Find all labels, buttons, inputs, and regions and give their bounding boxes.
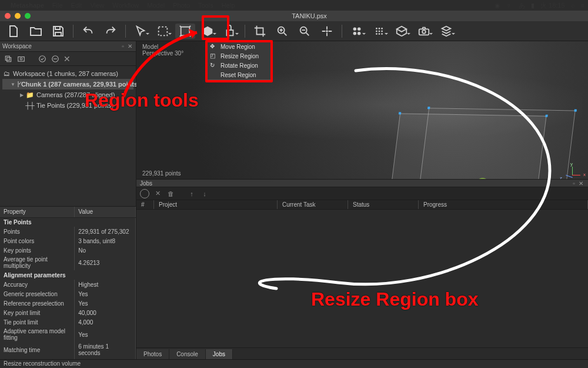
open-project-button[interactable] <box>26 24 46 39</box>
menu-photo[interactable]: Photo <box>173 2 190 9</box>
new-project-button[interactable] <box>4 24 24 39</box>
enable-chunk-icon[interactable] <box>38 54 47 64</box>
region-menu-label: Move Region <box>220 44 255 50</box>
selection-tool-button[interactable] <box>153 24 173 39</box>
region-bounding-box[interactable] <box>379 113 576 179</box>
panel-undock-icon[interactable]: ▫ <box>570 180 577 187</box>
cameras-view-button[interactable] <box>414 24 434 39</box>
svg-point-9 <box>376 28 377 29</box>
region-corner-handle[interactable] <box>545 115 547 117</box>
tiepoints-item[interactable]: Tie Points (229,931 points) <box>36 102 113 109</box>
model-viewport[interactable]: Model Perspective 30° <box>136 41 588 179</box>
jobs-col-index[interactable]: # <box>136 200 154 209</box>
zoom-window-icon[interactable] <box>25 13 31 19</box>
spotlight-icon[interactable]: ⌕ <box>571 2 575 9</box>
props-value: Highest <box>75 280 136 289</box>
region-corner-handle[interactable] <box>574 110 576 112</box>
app-menu[interactable]: Metashape <box>11 2 44 9</box>
battery-icon[interactable]: ▮ <box>531 2 534 9</box>
wifi-icon[interactable]: ᯤ <box>506 2 513 9</box>
add-photos-icon[interactable] <box>16 54 26 64</box>
minimize-window-icon[interactable] <box>15 13 21 19</box>
workspace-root[interactable]: Workspace (1 chunks, 287 cameras) <box>13 70 118 77</box>
jobs-col-project[interactable]: Project <box>154 200 278 209</box>
region-menu-move[interactable]: ✥Move Region <box>208 42 271 51</box>
save-project-button[interactable] <box>48 24 68 39</box>
menu-model[interactable]: Model <box>147 2 165 9</box>
job-start-button[interactable] <box>140 189 149 198</box>
props-key: Accuracy <box>0 280 75 289</box>
region-corner-handle[interactable] <box>427 107 430 109</box>
region-menu-reset[interactable]: Reset Region <box>208 70 271 79</box>
tab-photos[interactable]: Photos <box>136 349 169 359</box>
props-key: Reference preselection <box>0 299 75 308</box>
menu-help[interactable]: Help <box>222 2 235 9</box>
fit-view-button[interactable] <box>317 24 337 39</box>
model-view-button[interactable] <box>392 24 412 39</box>
cameras-item[interactable]: Cameras (287/287 aligned) <box>36 91 115 98</box>
axis-y-label: y <box>570 161 573 167</box>
menu-file[interactable]: File <box>52 2 63 9</box>
transform-object-button[interactable] <box>198 24 218 39</box>
undo-button[interactable] <box>78 24 98 39</box>
props-key: Key points <box>0 246 75 255</box>
ruler-tool-button[interactable] <box>220 24 240 39</box>
point-cloud-view-button[interactable] <box>347 24 367 39</box>
workspace-tree[interactable]: 🗂Workspace (1 chunks, 287 cameras) ▼Chun… <box>0 66 136 113</box>
region-tool-button[interactable] <box>175 24 195 39</box>
jobs-columns: # Project Current Task Status Progress <box>136 200 588 210</box>
props-col-value[interactable]: Value <box>75 207 136 217</box>
add-chunk-icon[interactable] <box>4 54 13 64</box>
jobs-col-status[interactable]: Status <box>348 200 419 209</box>
viewport-projection-label: Perspective 30° <box>142 50 183 57</box>
show-items-button[interactable] <box>436 24 456 39</box>
panel-undock-icon[interactable]: ▫ <box>119 43 126 50</box>
eye-status-icon[interactable]: ◉ <box>495 2 500 9</box>
job-move-down-button[interactable]: ↓ <box>200 189 209 198</box>
ime-icon[interactable]: あ <box>519 1 525 10</box>
main-toolbar <box>0 21 588 41</box>
region-menu-resize[interactable]: ◰Resize Region <box>208 51 271 61</box>
tree-expand-icon[interactable]: ▶ <box>20 92 24 98</box>
zoom-out-button[interactable] <box>295 24 315 39</box>
crop-button[interactable] <box>250 24 270 39</box>
region-menu-rotate[interactable]: ↻Rotate Region <box>208 61 271 70</box>
remove-chunk-icon[interactable]: ✕ <box>64 54 71 64</box>
props-key: Points <box>0 227 75 236</box>
job-delete-button[interactable]: 🗑 <box>166 189 175 198</box>
svg-point-12 <box>376 30 377 32</box>
menu-tools[interactable]: Tools <box>198 2 213 9</box>
panel-close-icon[interactable]: ✕ <box>126 43 133 50</box>
dense-cloud-view-button[interactable] <box>369 24 389 39</box>
tab-jobs[interactable]: Jobs <box>206 349 233 359</box>
menu-edit[interactable]: Edit <box>71 2 82 9</box>
chunk-item[interactable]: Chunk 1 (287 cameras, 229,931 points) [T… <box>21 81 150 88</box>
tab-console[interactable]: Console <box>169 349 206 359</box>
chunk-checkbox[interactable] <box>18 81 19 87</box>
menu-workflow[interactable]: Workflow <box>112 2 139 9</box>
menu-view[interactable]: View <box>91 2 105 9</box>
job-move-up-button[interactable]: ↑ <box>187 189 196 198</box>
menubar-clock[interactable]: 火 18:15 <box>540 1 565 10</box>
jobs-list[interactable] <box>136 210 588 347</box>
redo-button[interactable] <box>101 24 121 39</box>
props-col-property[interactable]: Property <box>0 207 75 217</box>
jobs-col-progress[interactable]: Progress <box>419 200 588 209</box>
panel-close-icon[interactable]: ✕ <box>577 180 584 187</box>
disable-chunk-icon[interactable] <box>51 54 60 64</box>
props-key: Adaptive camera model fitting <box>0 327 75 342</box>
axis-gizmo[interactable]: x y z <box>563 166 581 179</box>
close-window-icon[interactable] <box>5 13 11 19</box>
region-corner-handle[interactable] <box>399 112 401 114</box>
props-value: 3 bands, uint8 <box>75 236 136 246</box>
props-key: Matching time <box>0 342 75 357</box>
jobs-col-task[interactable]: Current Task <box>278 200 348 209</box>
zoom-in-button[interactable] <box>272 24 292 39</box>
notification-center-icon[interactable]: ≡ <box>581 2 584 9</box>
tree-expand-icon[interactable]: ▼ <box>11 82 15 87</box>
job-stop-button[interactable]: ✕ <box>153 189 162 198</box>
props-value: Yes <box>75 289 136 299</box>
navigation-tool-button[interactable] <box>131 24 151 39</box>
workspace-icon: 🗂 <box>2 71 11 77</box>
svg-point-17 <box>381 33 383 35</box>
